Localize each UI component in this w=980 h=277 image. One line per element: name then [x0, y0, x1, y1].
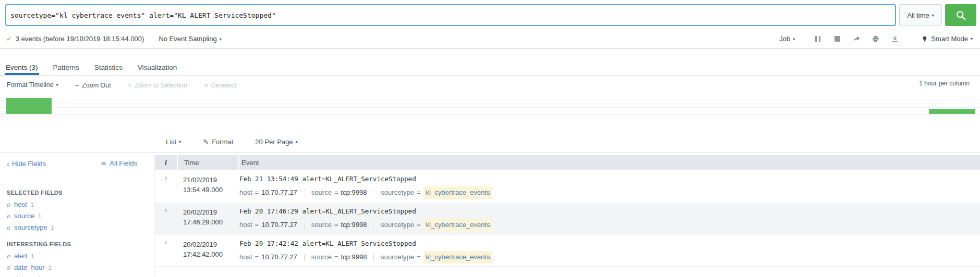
timeline-toolbar: Format Timeline▾ −Zoom Out +Zoom to Sele… [0, 77, 980, 93]
field-item-date-hour[interactable]: #date_hour2 [7, 262, 154, 273]
tab-events[interactable]: Events (3) [5, 63, 39, 72]
field-item-date-mday[interactable]: #date_mday2 [7, 273, 154, 277]
field-item-sourcetype[interactable]: asourcetype1 [7, 222, 154, 233]
chevron-down-icon: ▾ [793, 37, 795, 42]
tab-patterns[interactable]: Patterns [53, 63, 80, 72]
field-value-source[interactable]: tcp:9998 [341, 220, 367, 230]
event-raw-text: Feb 21 13:54:49 alert=KL_ALERT_ServiceSt… [239, 174, 980, 184]
status-bar: ✓ 3 events (before 19/10/2019 18:15:44.0… [0, 29, 980, 49]
field-separator [373, 189, 374, 196]
search-bar: All time ▾ [5, 4, 976, 26]
chevron-down-icon: ▾ [296, 140, 298, 144]
search-query-box [5, 4, 896, 26]
time-range-label: All time [907, 11, 929, 19]
field-item-host[interactable]: ahost1 [7, 199, 154, 210]
selected-fields-list: ahost1 asource1 asourcetype1 [0, 199, 154, 233]
format-menu[interactable]: ✎Format [203, 138, 233, 146]
bulb-icon [922, 35, 931, 43]
event-time: 21/02/2019 13:54:49.000 [177, 170, 237, 203]
minus-icon: − [75, 81, 80, 89]
tab-statistics[interactable]: Statistics [94, 63, 123, 72]
field-separator [373, 254, 374, 261]
event-cell: Feb 21 13:54:49 alert=KL_ALERT_ServiceSt… [237, 170, 980, 203]
events-table-header: i Time Event [155, 155, 980, 170]
event-cell: Feb 20 17:42:42 alert=KL_ALERT_ServiceSt… [237, 235, 980, 267]
table-row: › 20/02/2019 17:46:29.000 Feb 20 17:46:2… [155, 203, 980, 235]
search-mode-selector[interactable]: Smart Mode ▾ [922, 35, 973, 43]
format-timeline-menu[interactable]: Format Timeline▾ [7, 81, 58, 89]
chevron-down-icon: ▾ [220, 37, 222, 42]
list-view-menu[interactable]: List▾ [166, 138, 181, 146]
event-fields: host=10.70.77.27 source=tcp:9998 sourcet… [239, 186, 980, 199]
job-controls: Job▾ Smart Mode ▾ [779, 35, 980, 43]
timeline-scale-label: 1 hour per column [919, 80, 970, 87]
table-row: › 20/02/2019 17:42:42.000 Feb 20 17:42:4… [155, 235, 980, 267]
job-status: ✓ 3 events (before 19/10/2019 18:15:44.0… [0, 35, 222, 43]
search-button[interactable] [945, 4, 976, 26]
event-sampling-menu[interactable]: No Event Sampling▾ [159, 35, 221, 43]
event-raw-text: Feb 20 17:42:42 alert=KL_ALERT_ServiceSt… [239, 239, 980, 248]
zoom-to-selection-button[interactable]: +Zoom to Selection [127, 81, 187, 89]
list-icon: ≡ [101, 159, 106, 167]
table-row: › 21/02/2019 13:54:49.000 Feb 21 13:54:4… [155, 170, 980, 203]
pause-icon[interactable] [814, 35, 822, 43]
x-icon: × [203, 81, 209, 89]
expand-event-icon[interactable]: › [155, 203, 177, 235]
tab-visualization[interactable]: Visualization [137, 63, 178, 72]
field-item-alert[interactable]: aalert1 [7, 250, 154, 262]
stop-icon[interactable] [833, 35, 841, 43]
fields-sidebar: ‹Hide Fields ≡All Fields SELECTED FIELDS… [0, 153, 154, 277]
field-value-sourcetype[interactable]: kl_cybertrace_events [424, 219, 493, 231]
all-fields-button[interactable]: ≡All Fields [101, 159, 137, 167]
field-type-icon: a [7, 250, 14, 262]
info-column-header: i [155, 155, 177, 170]
job-menu[interactable]: Job▾ [779, 35, 795, 43]
field-value-host[interactable]: 10.70.77.27 [261, 187, 297, 198]
chevron-down-icon: ▾ [179, 140, 181, 144]
field-value-source[interactable]: tcp:9998 [341, 252, 367, 262]
field-item-source[interactable]: asource1 [7, 210, 154, 222]
chevron-left-icon: ‹ [7, 159, 9, 168]
chevron-down-icon: ▾ [971, 36, 973, 41]
field-type-icon: a [7, 199, 14, 210]
zoom-out-button[interactable]: −Zoom Out [75, 81, 111, 89]
event-cell: Feb 20 17:46:29 alert=KL_ALERT_ServiceSt… [237, 203, 980, 235]
fields-sidebar-header: ‹Hide Fields ≡All Fields [0, 153, 154, 176]
field-type-icon: # [7, 262, 14, 273]
event-column-header: Event [239, 155, 980, 170]
event-raw-text: Feb 20 17:46:29 alert=KL_ALERT_ServiceSt… [239, 207, 980, 216]
interesting-fields-header: INTERESTING FIELDS [7, 241, 154, 247]
event-fields: host=10.70.77.27 source=tcp:9998 sourcet… [239, 219, 980, 231]
field-value-sourcetype[interactable]: kl_cybertrace_events [424, 186, 493, 199]
selected-fields-header: SELECTED FIELDS [7, 190, 154, 196]
expand-event-icon[interactable]: › [155, 235, 177, 267]
interesting-fields-list: aalert1 #date_hour2 #date_mday2 [0, 250, 154, 277]
field-value-sourcetype[interactable]: kl_cybertrace_events [424, 251, 493, 263]
field-separator [304, 189, 305, 196]
mode-label: Smart Mode [931, 35, 968, 43]
events-timeline-chart[interactable] [0, 97, 980, 115]
field-value-host[interactable]: 10.70.77.27 [261, 252, 297, 262]
field-type-icon: a [7, 222, 14, 233]
events-summary: 3 events (before 19/10/2019 18:15:44.000… [16, 35, 144, 43]
field-separator [304, 221, 305, 229]
deselect-button[interactable]: ×Deselect [203, 81, 236, 89]
per-page-menu[interactable]: 20 Per Page▾ [255, 138, 297, 146]
events-table: i Time Event › 21/02/2019 13:54:49.000 F… [155, 155, 980, 267]
timeline-bar[interactable] [6, 98, 52, 114]
timeline-bar[interactable] [929, 109, 975, 114]
field-separator [373, 221, 374, 229]
chevron-down-icon: ▾ [56, 83, 58, 87]
result-tabs: Events (3) Patterns Statistics Visualiza… [0, 49, 980, 76]
expand-event-icon[interactable]: › [155, 170, 177, 203]
field-value-host[interactable]: 10.70.77.27 [261, 220, 297, 230]
time-range-picker[interactable]: All time ▾ [899, 4, 942, 26]
field-value-source[interactable]: tcp:9998 [341, 187, 367, 198]
share-icon[interactable] [852, 35, 861, 43]
pencil-icon: ✎ [203, 138, 209, 146]
print-icon[interactable] [872, 35, 880, 43]
hide-fields-button[interactable]: ‹Hide Fields [7, 159, 46, 168]
download-icon[interactable] [891, 35, 899, 43]
search-icon [955, 10, 966, 21]
search-input[interactable] [6, 11, 895, 19]
